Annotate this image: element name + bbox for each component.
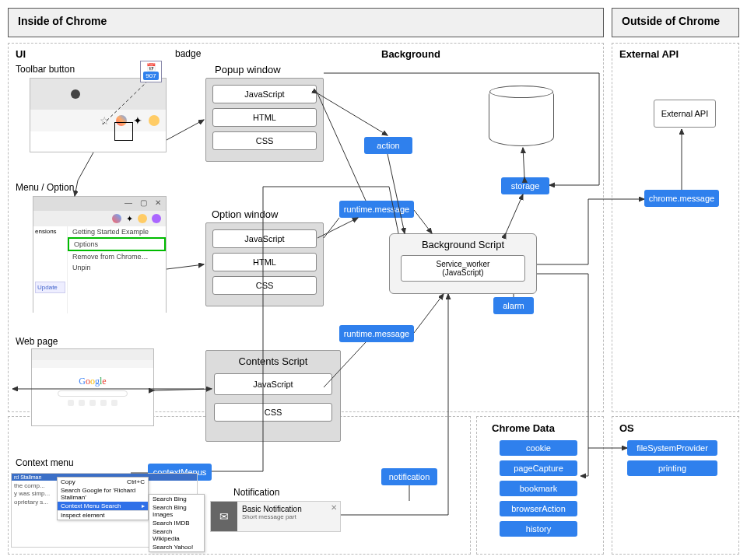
background-title: Background <box>381 48 440 60</box>
os-area <box>612 416 739 555</box>
chrome-data-title: Chrome Data <box>492 422 555 434</box>
badge-label: badge <box>175 48 201 59</box>
external-api-title: External API <box>619 48 679 60</box>
popup-css: CSS <box>212 131 317 150</box>
context-menu-sample: rd Stallman the comp...y was simp...opri… <box>11 473 198 548</box>
popup-js: JavaScript <box>212 85 317 103</box>
cd-history: history <box>500 521 577 537</box>
api-runtime-msg-2: runtime.message <box>339 325 414 342</box>
os-printing: printing <box>627 460 717 476</box>
badge-number: 907 <box>143 72 158 80</box>
popup-window-label: Popup window <box>215 64 281 75</box>
toolbar-mini: ☆ ✦ <box>30 78 167 152</box>
menu-option-label: Menu / Option <box>16 182 74 193</box>
data-cylinder <box>489 86 554 146</box>
notification-card: ✉ Basic Notification Short message part … <box>210 501 341 532</box>
api-chrome-msg: chrome.message <box>644 190 719 207</box>
webpage-mini: Google <box>31 348 154 426</box>
option-css: CSS <box>212 276 317 295</box>
menu-mini: —▢✕ ✦ ensions Update Getting Started Exa… <box>33 196 167 313</box>
os-fsp: fileSystemProvider <box>627 440 717 456</box>
api-runtime-msg-1: runtime.message <box>339 201 414 218</box>
context-menu-label: Context menu <box>16 457 74 468</box>
popup-html: HTML <box>212 108 317 127</box>
region-inside-title: Inside of Chrome <box>9 9 603 33</box>
bg-script-panel: Background Script Service_worker (JavaSc… <box>389 233 537 294</box>
cd-pageCapture: pageCapture <box>500 460 577 476</box>
bg-script-title: Background Script <box>390 234 536 250</box>
badge-box: 📅 907 <box>140 61 162 82</box>
option-html: HTML <box>212 253 317 271</box>
cd-cookie: cookie <box>500 440 577 456</box>
region-outside-chrome: Outside of Chrome <box>612 8 739 37</box>
contents-js: JavaScript <box>214 373 332 395</box>
cd-browserAction: browserAction <box>500 501 577 516</box>
external-api-box: External API <box>654 100 716 128</box>
option-js: JavaScript <box>212 229 317 248</box>
region-outside-title: Outside of Chrome <box>612 9 738 33</box>
service-worker-box: Service_worker (JavaScript) <box>401 255 525 282</box>
cd-bookmark: bookmark <box>500 481 577 496</box>
contents-css: CSS <box>214 403 332 422</box>
external-api-area <box>612 43 739 412</box>
api-alarm: alarm <box>493 297 534 314</box>
contents-title: Contents Script <box>206 351 340 370</box>
option-window-label: Option window <box>212 208 278 220</box>
os-title: OS <box>619 422 634 434</box>
popup-panel: JavaScript HTML CSS <box>205 78 324 162</box>
api-storage: storage <box>501 177 549 194</box>
web-page-label: Web page <box>16 336 58 347</box>
option-panel: JavaScript HTML CSS <box>205 222 324 306</box>
toolbar-button-label: Toolbar button <box>16 64 75 75</box>
contents-panel: Contents Script JavaScript CSS <box>205 350 341 442</box>
region-inside-chrome: Inside of Chrome <box>8 8 604 37</box>
ui-title: UI <box>16 48 26 60</box>
notification-label: Notification <box>233 487 279 498</box>
api-notification: notification <box>381 468 437 485</box>
api-action: action <box>364 137 412 154</box>
menu-options-item[interactable]: Options <box>68 237 166 251</box>
